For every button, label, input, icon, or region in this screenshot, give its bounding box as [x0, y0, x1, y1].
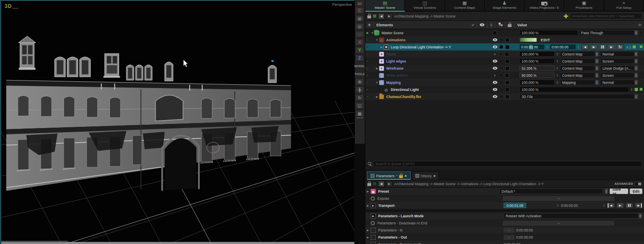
tree-row[interactable]: ▶▶ChateauChantilly.fbx3D File▲▼	[365, 93, 644, 100]
time-value[interactable]: 0:00:00:00	[516, 228, 533, 232]
dropdown-button-icon[interactable]: ▲▼	[634, 94, 638, 99]
dropdown-button-icon[interactable]: ▲▼	[595, 59, 598, 63]
instantiate-element-input[interactable]	[570, 13, 642, 19]
state-checkbox[interactable]	[505, 38, 509, 42]
keyframe-indicator[interactable]	[634, 88, 638, 91]
pause-button[interactable]	[599, 44, 606, 50]
solo-arrow-icon[interactable]: ▶	[367, 38, 370, 42]
solo-arrow-icon[interactable]: ▶	[367, 53, 370, 56]
axis-x-button[interactable]: X	[355, 39, 364, 45]
nav-forward-button[interactable]: ▶	[386, 181, 392, 187]
skip-start-button[interactable]: ◀	[581, 44, 589, 50]
visibility-off-icon[interactable]	[494, 53, 496, 55]
close-tab-icon[interactable]: ×	[405, 174, 407, 178]
nav-back-button[interactable]: ◀	[378, 13, 384, 19]
parameter-row[interactable]: ▶Parameters - Out–0:00:05:00	[365, 234, 644, 241]
state-radio[interactable]	[499, 59, 503, 63]
close-tab-icon[interactable]: ×	[433, 174, 435, 178]
state-radio[interactable]	[499, 66, 503, 70]
check-column-icon[interactable]: ✔	[471, 23, 475, 27]
scene-state-icon[interactable]	[373, 14, 377, 18]
tree-row[interactable]: ▶▼Mapping100.000 %▲▼Mapping▲▼Normal▲▼	[365, 79, 644, 86]
solo-arrow-icon[interactable]: ▶	[367, 31, 370, 35]
tree-row[interactable]: ▶▶Wireframe52.306 %▲▼Content Map▲▼Linear…	[365, 65, 644, 72]
parameter-row[interactable]: Parameters - Target Length0:00:05:00	[365, 241, 644, 244]
visibility-eye-icon[interactable]	[493, 67, 497, 70]
solo-arrow-icon[interactable]: ▶	[367, 60, 370, 63]
save-as-button[interactable]: Save as	[610, 189, 628, 194]
expand-arrow-icon[interactable]: ▶	[375, 95, 379, 98]
state-checkbox[interactable]	[505, 59, 509, 63]
dropdown-button-icon[interactable]: ▲▼	[638, 214, 642, 218]
blend-dropdown[interactable]: Normal▲▼	[600, 51, 638, 57]
state-radio[interactable]	[499, 88, 503, 91]
expand-arrow-icon[interactable]: ▶	[367, 236, 371, 239]
value-spinner-icon[interactable]: ▲▼	[603, 204, 606, 207]
state-checkbox[interactable]	[493, 31, 497, 35]
dropdown-button-icon[interactable]: ▲▼	[595, 80, 598, 85]
value-spinner-icon[interactable]: ▲▼	[630, 88, 633, 91]
keyframe-indicator[interactable]	[632, 45, 636, 49]
row-end-indicator[interactable]	[639, 45, 643, 48]
value-spinner-icon[interactable]: ▲▼	[556, 53, 559, 56]
skip-start-button[interactable]: ◀	[607, 203, 615, 208]
lock-column-icon[interactable]	[508, 24, 512, 27]
pin-lock-icon[interactable]	[399, 175, 403, 178]
value-field[interactable]: 80.000 %	[519, 73, 555, 78]
value-field[interactable]: Default *	[499, 189, 603, 194]
tree-row[interactable]: ▶Faces100.000 %▲▼Content Map▲▼Normal▲▼	[365, 50, 644, 58]
skip-end-button[interactable]: ▶	[608, 44, 615, 50]
crosshair-icon[interactable]: ✛	[638, 23, 641, 27]
dropdown-button-icon[interactable]: ▲▼	[634, 80, 638, 85]
visibility-eye-icon[interactable]	[493, 38, 497, 41]
visibility-eye-icon[interactable]	[493, 88, 497, 91]
state-checkbox[interactable]	[505, 52, 509, 56]
visibility-eye-icon[interactable]	[493, 95, 497, 98]
source-dropdown[interactable]: Mapping▲▼	[560, 80, 599, 85]
toggle-bar[interactable]: –	[503, 221, 614, 226]
value-field[interactable]: 100.000 %	[519, 87, 629, 92]
expand-arrow-icon[interactable]: ▼	[370, 32, 374, 34]
tree-row[interactable]: ▶Light edges100.000 %▲▼Content Map▲▼Scre…	[365, 58, 644, 65]
dropdown-button-icon[interactable]: ▲▼	[634, 30, 638, 35]
visibility-column-icon[interactable]	[480, 23, 484, 26]
time-toggle[interactable]: –	[504, 228, 514, 233]
lock-icon[interactable]	[367, 183, 371, 186]
solo-arrow-icon[interactable]: ▶	[367, 81, 370, 84]
time-toggle[interactable]: –	[504, 235, 514, 240]
blend-dropdown[interactable]: Screen▲▼	[600, 58, 638, 64]
expand-arrow-icon[interactable]: ▼	[375, 81, 379, 84]
solo-arrow-icon[interactable]: ▶	[367, 88, 370, 91]
parameter-row[interactable]: Expose–	[365, 195, 644, 202]
tab-history[interactable]: History ×	[412, 171, 440, 180]
tree-row[interactable]: ▶▶Loop Directional Light Orientation -> …	[365, 43, 644, 50]
add-element-icon[interactable]: ✚	[563, 14, 568, 19]
value-spinner-icon[interactable]: ▲▼	[556, 60, 559, 63]
parameter-row[interactable]: Parameters - Deactivate At End–	[365, 219, 644, 226]
state-checkbox[interactable]	[505, 73, 509, 78]
dropdown-button-icon[interactable]: ▲▼	[595, 66, 598, 70]
state-checkbox[interactable]	[505, 45, 509, 49]
solo-column-icon[interactable]: S	[490, 23, 492, 27]
play-button[interactable]: ▶	[590, 44, 598, 50]
loop-button[interactable]: ↻	[616, 44, 624, 50]
advanced-toggle[interactable]: ADVANCED	[614, 182, 642, 186]
parameter-row[interactable]: ▶▶Transport0:00:01:09▲▼0:00:05:00▲▼◀▶▶	[365, 202, 644, 209]
dropdown-button-icon[interactable]: ▲▼	[634, 59, 638, 63]
nav-forward-button[interactable]: ▶	[386, 13, 392, 19]
source-dropdown[interactable]: Content Map▲▼	[560, 73, 599, 78]
solo-arrow-icon[interactable]: ▶	[367, 67, 370, 70]
toggle-bar[interactable]: –	[503, 196, 614, 201]
tab-content-maps[interactable]: ▦Content Maps	[445, 0, 485, 12]
axis-z-button[interactable]: Z	[355, 55, 364, 61]
visibility-eye-icon[interactable]	[493, 45, 497, 48]
dropdown-button-icon[interactable]: ▲▼	[595, 52, 598, 56]
time-out-field[interactable]: 0:00:05:00	[550, 44, 576, 50]
pin-icon[interactable]: ✚	[368, 23, 371, 27]
state-radio[interactable]	[499, 52, 503, 56]
time-value[interactable]: 0:00:05:00	[516, 235, 533, 239]
visibility-eye-icon[interactable]	[493, 60, 497, 63]
play-button[interactable]: ▶	[616, 203, 624, 208]
state-checkbox[interactable]	[505, 88, 509, 92]
state-radio[interactable]	[499, 38, 503, 42]
